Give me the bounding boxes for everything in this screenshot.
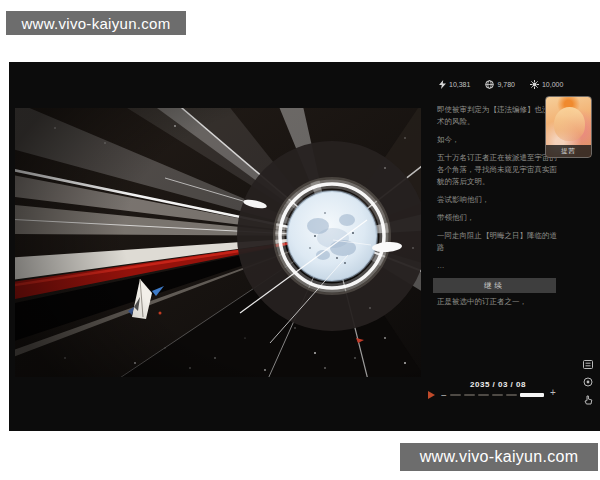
timeline-segment — [450, 394, 461, 397]
timeline-track[interactable] — [450, 393, 546, 397]
timeline-segment — [478, 394, 489, 397]
watermark-top: www.vivo-kaiyun.com — [6, 11, 186, 35]
timeline-segment — [506, 394, 517, 397]
story-paragraph: 一同走向阻止【明晦之日】降临的道路 — [437, 230, 563, 254]
currency-stamina: 10,381 — [439, 80, 470, 89]
story-paragraph: 带领他们， — [437, 212, 563, 224]
currency-coins: 9,780 — [485, 80, 515, 89]
currency-bar: 10,381 9,780 — [439, 80, 563, 89]
currency-value: 9,780 — [497, 81, 515, 88]
currency-value: 10,000 — [542, 81, 563, 88]
hand-cursor-icon[interactable] — [582, 394, 594, 406]
character-name: 提茜 — [546, 145, 591, 157]
cutscene-art[interactable] — [15, 108, 421, 377]
story-paragraph: 五十万名订正者正在被派遣至宇宙的各个角落，寻找尚未窥见宇宙真实面貌的落后文明。 — [437, 152, 563, 188]
minus-button[interactable]: − — [441, 391, 447, 401]
character-avatar[interactable]: 提茜 — [545, 96, 592, 158]
continue-button[interactable]: 继续 — [433, 278, 556, 293]
avatar-portrait — [554, 107, 585, 141]
timeline-date: 2035 / 03 / 08 — [450, 380, 546, 389]
play-icon[interactable] — [428, 391, 435, 399]
story-paragraph: 尝试影响他们， — [437, 194, 563, 206]
record-gear-icon[interactable] — [582, 376, 594, 388]
log-list-icon[interactable] — [582, 358, 594, 370]
story-paragraph: 正是被选中的订正者之一， — [437, 296, 563, 308]
story-paragraph: … — [437, 260, 563, 272]
timeline-segment-active — [520, 393, 544, 397]
side-icon-column — [579, 358, 597, 406]
gear-coin-icon — [530, 80, 539, 89]
currency-value: 10,381 — [449, 81, 470, 88]
globe-icon — [485, 80, 494, 89]
currency-gems: 10,000 — [530, 80, 563, 89]
plus-button[interactable]: + — [550, 388, 556, 398]
timeline-segment — [464, 394, 475, 397]
timeline-segment — [492, 394, 503, 397]
page: www.vivo-kaiyun.com 10,381 9,780 — [0, 0, 600, 480]
timeline-bar: 2035 / 03 / 08 — [450, 380, 546, 397]
bolt-icon — [439, 80, 446, 89]
watermark-bottom: www.vivo-kaiyun.com — [400, 443, 598, 471]
game-window: 10,381 9,780 — [9, 62, 600, 431]
